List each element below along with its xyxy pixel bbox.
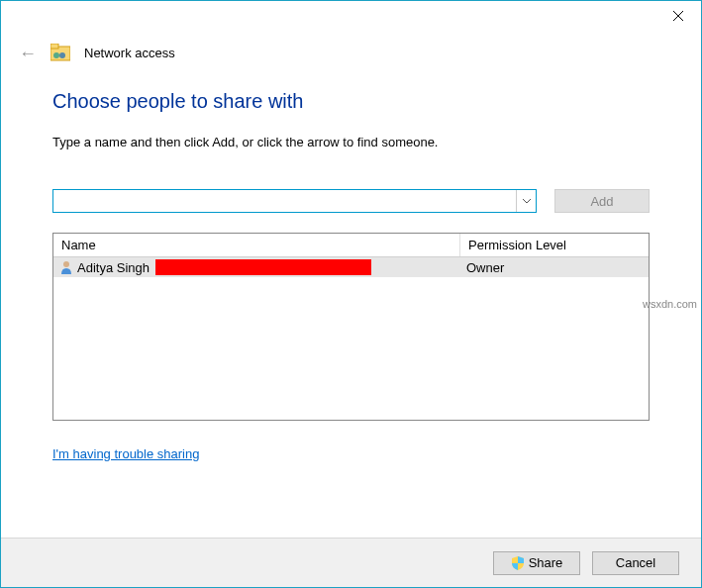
share-button[interactable]: Share <box>493 551 580 575</box>
footer: Share Cancel <box>1 538 701 587</box>
svg-rect-3 <box>50 44 58 49</box>
column-name[interactable]: Name <box>53 234 460 256</box>
titlebar <box>1 1 701 31</box>
cell-permission: Owner <box>460 259 649 276</box>
add-button[interactable]: Add <box>554 189 650 213</box>
table-row[interactable]: Aditya Singh Owner <box>53 257 649 277</box>
svg-point-4 <box>53 52 59 58</box>
column-permission[interactable]: Permission Level <box>460 234 649 256</box>
share-table: Name Permission Level Aditya Singh Owner <box>52 233 650 421</box>
user-icon <box>59 260 73 274</box>
back-arrow-icon[interactable]: ← <box>19 43 37 62</box>
combobox-arrow-button[interactable] <box>516 190 536 212</box>
subtext: Type a name and then click Add, or click… <box>52 135 650 149</box>
shield-icon <box>511 556 525 570</box>
svg-point-5 <box>59 52 65 58</box>
heading: Choose people to share with <box>52 90 650 113</box>
close-icon <box>673 11 683 21</box>
cell-name: Aditya Singh <box>53 258 460 276</box>
name-input[interactable] <box>53 190 516 212</box>
user-name: Aditya Singh <box>77 260 150 275</box>
content: Choose people to share with Type a name … <box>1 62 701 461</box>
network-folder-icon <box>50 44 70 61</box>
watermark: wsxdn.com <box>643 298 697 310</box>
table-body: Aditya Singh Owner <box>53 257 649 420</box>
input-row: Add <box>52 189 650 213</box>
name-combobox[interactable] <box>52 189 537 213</box>
chevron-down-icon <box>523 199 531 204</box>
table-header: Name Permission Level <box>53 234 649 257</box>
svg-point-6 <box>63 261 69 267</box>
close-button[interactable] <box>655 1 701 31</box>
share-button-label: Share <box>529 555 563 570</box>
cancel-button[interactable]: Cancel <box>592 551 679 575</box>
redacted-block <box>155 259 371 275</box>
help-link[interactable]: I'm having trouble sharing <box>52 446 199 461</box>
header: ← Network access <box>1 31 701 62</box>
page-title: Network access <box>84 46 175 60</box>
